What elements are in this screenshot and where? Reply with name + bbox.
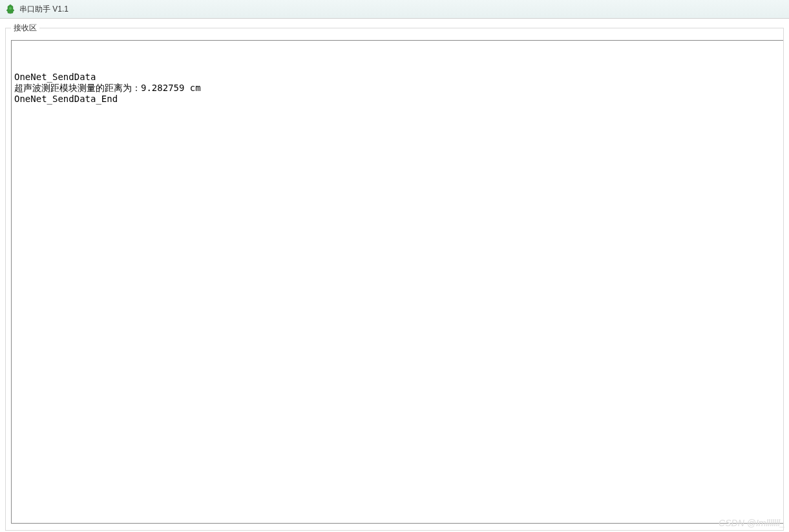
receive-groupbox: 接收区 OneNet_SendData 超声波测距模块测量的距离为：9.2827… [5, 28, 784, 531]
window-title: 串口助手 V1.1 [19, 4, 68, 15]
receive-textarea[interactable]: OneNet_SendData 超声波测距模块测量的距离为：9.282759 c… [11, 40, 783, 524]
svg-point-0 [9, 7, 12, 10]
content-area: 接收区 OneNet_SendData 超声波测距模块测量的距离为：9.2827… [0, 19, 789, 532]
groupbox-label: 接收区 [11, 23, 39, 34]
titlebar: 串口助手 V1.1 [0, 0, 789, 19]
app-icon [5, 4, 16, 14]
